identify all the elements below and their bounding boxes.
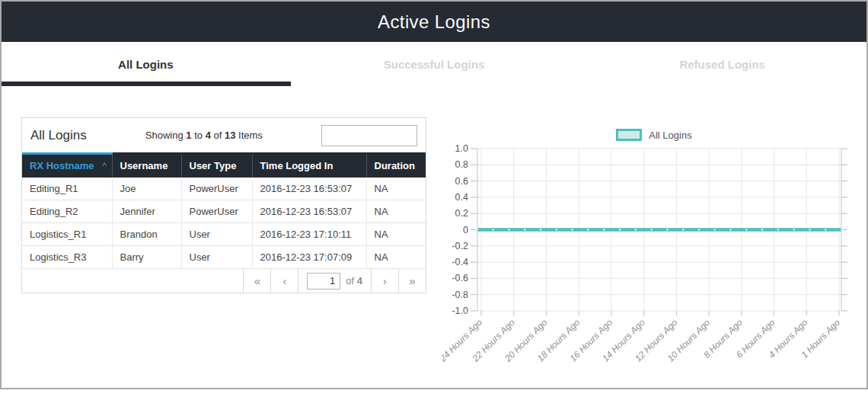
table-title: All Logins	[30, 128, 87, 143]
svg-text:0.8: 0.8	[455, 159, 468, 170]
cell-duration: NA	[366, 246, 426, 269]
app-window: Active Logins All Logins Successful Logi…	[0, 0, 868, 389]
table-search-input[interactable]	[321, 125, 417, 146]
total-pages: 4	[357, 275, 362, 286]
column-header-label: User Type	[190, 160, 237, 171]
column-header-label: Time Logged In	[260, 160, 333, 171]
cell-rx-hostname: Logistics_R3	[22, 246, 112, 269]
svg-text:0.6: 0.6	[455, 176, 468, 187]
showing-word: Showing	[145, 130, 183, 141]
pagination-last-button[interactable]: »	[398, 269, 426, 293]
cell-duration: NA	[366, 223, 426, 246]
cell-rx-hostname: Editing_R2	[22, 200, 112, 223]
next-page-icon: ›	[383, 274, 387, 287]
logins-table: RX Hostname^UsernameUser TypeTime Logged…	[22, 152, 426, 269]
column-header-time-logged-in[interactable]: Time Logged In	[252, 154, 366, 178]
showing-of-word: of	[214, 130, 222, 141]
column-header-username[interactable]: Username	[112, 154, 181, 178]
svg-text:0.4: 0.4	[455, 192, 468, 203]
cell-time-logged-in: 2016-12-23 16:53:07	[252, 178, 366, 200]
all-logins-table-panel: All Logins Showing 1 to 4 of 13 Items RX…	[21, 117, 426, 293]
last-page-icon: »	[409, 274, 415, 287]
tab-content: All Logins Showing 1 to 4 of 13 Items RX…	[2, 86, 866, 388]
svg-text:-1.0: -1.0	[452, 306, 468, 316]
first-page-icon: «	[254, 274, 260, 287]
tab-refused-logins-label: Refused Logins	[679, 58, 765, 71]
cell-user-type: PowerUser	[181, 200, 252, 223]
showing-total: 13	[225, 130, 235, 141]
table-panel-header: All Logins Showing 1 to 4 of 13 Items	[22, 118, 426, 152]
tab-bar: All Logins Successful Logins Refused Log…	[2, 42, 866, 86]
showing-from: 1	[186, 130, 191, 141]
showing-items-word: Items	[238, 130, 263, 141]
legend-swatch-icon	[616, 129, 642, 141]
svg-text:0: 0	[463, 225, 468, 235]
svg-text:-0.8: -0.8	[452, 290, 468, 300]
legend-label: All Logins	[649, 130, 691, 141]
tab-all-logins-label: All Logins	[118, 58, 174, 71]
showing-to: 4	[206, 130, 211, 141]
cell-username: Barry	[112, 246, 181, 269]
column-header-label: Username	[120, 160, 168, 171]
cell-time-logged-in: 2016-12-23 16:53:07	[252, 200, 366, 223]
cell-user-type: User	[181, 223, 252, 246]
cell-user-type: PowerUser	[181, 178, 252, 200]
page-of-total: of 4	[346, 275, 362, 286]
column-header-duration[interactable]: Duration	[366, 154, 426, 178]
column-header-label: RX Hostname	[30, 160, 94, 171]
tab-successful-logins-label: Successful Logins	[384, 58, 485, 71]
page-title: Active Logins	[378, 11, 490, 33]
tab-successful-logins[interactable]: Successful Logins	[290, 42, 579, 86]
table-row[interactable]: Editing_R2JenniferPowerUser2016-12-23 16…	[22, 200, 426, 223]
cell-rx-hostname: Editing_R1	[22, 178, 112, 200]
line-chart: 1.00.80.60.40.20-0.2-0.4-0.6-0.8-1.024 H…	[442, 143, 866, 387]
column-header-rx-hostname[interactable]: RX Hostname^	[22, 154, 112, 178]
tab-refused-logins[interactable]: Refused Logins	[578, 42, 866, 86]
table-row[interactable]: Editing_R1JoePowerUser2016-12-23 16:53:0…	[22, 178, 426, 200]
table-header-row: RX Hostname^UsernameUser TypeTime Logged…	[22, 154, 426, 178]
pagination-prev-button[interactable]: ‹	[270, 269, 298, 293]
table-row[interactable]: Logistics_R3BarryUser2016-12-23 17:07:09…	[22, 246, 426, 269]
cell-time-logged-in: 2016-12-23 17:10:11	[252, 223, 366, 246]
pagination-page-indicator: of 4	[298, 269, 371, 293]
chart-legend: All Logins	[442, 126, 866, 144]
of-label: of	[346, 275, 354, 286]
svg-text:0.2: 0.2	[455, 208, 468, 219]
cell-username: Jennifer	[112, 200, 181, 223]
svg-text:-0.2: -0.2	[452, 241, 468, 251]
title-bar: Active Logins	[2, 2, 866, 42]
cell-time-logged-in: 2016-12-23 17:07:09	[252, 246, 366, 269]
cell-duration: NA	[366, 178, 426, 200]
table-footer: « ‹ of 4 ›	[22, 269, 426, 293]
showing-to-word: to	[194, 130, 203, 141]
sort-asc-icon: ^	[103, 161, 107, 171]
showing-items-text: Showing 1 to 4 of 13 Items	[87, 130, 321, 141]
svg-text:1.0: 1.0	[455, 143, 468, 154]
pagination-first-button[interactable]: «	[243, 269, 270, 293]
cell-user-type: User	[181, 246, 252, 269]
cell-duration: NA	[366, 200, 426, 223]
column-header-user-type[interactable]: User Type	[181, 154, 252, 178]
prev-page-icon: ‹	[282, 274, 286, 287]
pagination: « ‹ of 4 ›	[243, 269, 426, 293]
tab-all-logins[interactable]: All Logins	[2, 42, 290, 86]
pagination-next-button[interactable]: ›	[371, 269, 398, 293]
page-number-input[interactable]	[307, 273, 340, 290]
svg-text:-0.6: -0.6	[452, 273, 468, 283]
all-logins-chart: All Logins 1.00.80.60.40.20-0.2-0.4-0.6-…	[442, 114, 866, 388]
cell-rx-hostname: Logistics_R1	[22, 223, 112, 246]
cell-username: Joe	[112, 178, 181, 200]
column-header-label: Duration	[375, 160, 415, 171]
table-row[interactable]: Logistics_R1BrandonUser2016-12-23 17:10:…	[22, 223, 426, 246]
svg-text:-0.4: -0.4	[452, 257, 468, 267]
cell-username: Brandon	[112, 223, 181, 246]
